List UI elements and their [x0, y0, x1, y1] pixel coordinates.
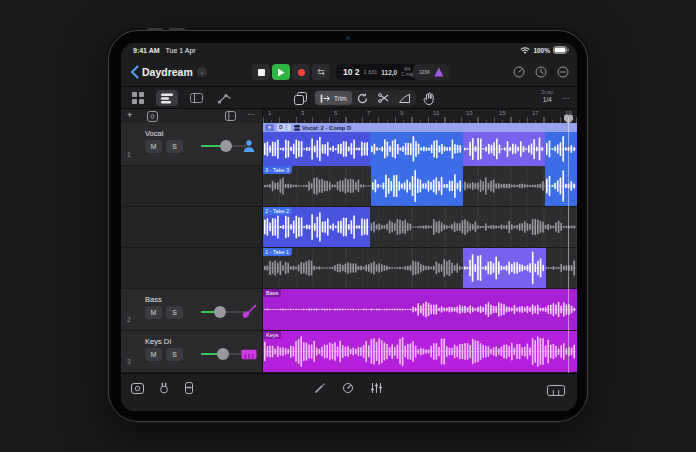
- status-left: 9:41 AM Tue 1 Apr: [133, 47, 196, 54]
- take-segment-selected[interactable]: [463, 248, 546, 288]
- automation-icon: [218, 92, 232, 104]
- bass-track-header[interactable]: 2 Bass M S: [121, 289, 263, 331]
- comp-region-body[interactable]: [263, 132, 577, 166]
- plugins-icon[interactable]: [158, 382, 170, 394]
- history-clock-icon[interactable]: [535, 66, 547, 78]
- bar-ruler[interactable]: 1 3 5 7 9 11 13 15 17 19: [263, 109, 577, 123]
- take-lane-2: 2 - Take 2: [121, 207, 577, 248]
- comp-chevron-icon[interactable]: ▾: [265, 124, 274, 131]
- toolbar-right-icons: [513, 66, 569, 78]
- bottom-center-icons: [315, 382, 383, 394]
- play-surface-keyboard-icon[interactable]: [547, 385, 565, 396]
- more-options-button[interactable]: …: [562, 92, 571, 101]
- comp-segment[interactable]: [545, 132, 577, 166]
- stop-icon: [258, 69, 265, 76]
- take-label[interactable]: 3 - Take 3: [263, 166, 292, 174]
- front-camera: [346, 36, 350, 40]
- automation-button[interactable]: [214, 90, 236, 106]
- keyboard-instrument-icon: [241, 346, 257, 362]
- status-bar: 9:41 AM Tue 1 Apr 100%: [121, 43, 577, 57]
- take-3-lane[interactable]: 3 - Take 3: [263, 166, 577, 207]
- snap-selector[interactable]: Snap 1/4: [541, 89, 553, 103]
- keys-region[interactable]: Keys: [263, 331, 577, 373]
- tracks-view-button[interactable]: [156, 90, 178, 106]
- play-button[interactable]: [272, 64, 290, 80]
- solo-button[interactable]: S: [166, 306, 183, 319]
- mute-button[interactable]: M: [145, 306, 162, 319]
- region-icon: [190, 93, 203, 103]
- slider-knob[interactable]: [220, 140, 232, 152]
- cycle-button[interactable]: ⇆: [312, 64, 330, 80]
- mixer-icon[interactable]: [370, 382, 383, 394]
- solo-button[interactable]: S: [166, 348, 183, 361]
- fader-icon[interactable]: [184, 382, 194, 394]
- track-row-bass: 2 Bass M S Bass: [121, 289, 577, 331]
- view-switcher: [127, 90, 236, 106]
- clock-date: Tue 1 Apr: [166, 47, 196, 54]
- smart-controls-icon[interactable]: [342, 382, 354, 394]
- stop-button[interactable]: [252, 64, 270, 80]
- mute-button[interactable]: M: [145, 140, 162, 153]
- comp-segment[interactable]: [370, 132, 463, 166]
- project-title[interactable]: Daydream: [142, 66, 193, 78]
- take-label[interactable]: 2 - Take 2: [263, 207, 292, 215]
- track-number: 2: [127, 316, 131, 323]
- track-name: Keys DI: [145, 337, 171, 346]
- comp-segment[interactable]: [263, 132, 370, 166]
- take-segment-selected[interactable]: [371, 166, 463, 206]
- slider-knob[interactable]: [217, 348, 229, 360]
- regions-button[interactable]: [185, 90, 207, 106]
- comp-region-header[interactable]: ▾ D ⋮ Vocal: 2 - Comp D: [263, 123, 577, 132]
- ruler-row: + … 1 3 5 7 9 11 13: [121, 109, 577, 123]
- gesture-button[interactable]: [423, 92, 435, 105]
- trim-icon: [320, 94, 331, 103]
- mute-button[interactable]: M: [145, 348, 162, 361]
- split-tool[interactable]: [373, 91, 394, 105]
- live-loops-view-button[interactable]: [127, 90, 149, 106]
- comp-segment[interactable]: [463, 132, 545, 166]
- track-name: Bass: [145, 295, 162, 304]
- copy-button[interactable]: [294, 92, 307, 105]
- snap-label: Snap: [541, 89, 553, 96]
- track-options-icon[interactable]: [147, 111, 158, 122]
- ruler-bar-label: 9: [400, 110, 433, 116]
- region-label: Bass: [263, 289, 281, 297]
- solo-button[interactable]: S: [166, 140, 183, 153]
- lcd-timesig-key: 4/4 C maj: [401, 67, 413, 77]
- metronome-icon[interactable]: [434, 68, 443, 77]
- bass-region[interactable]: Bass: [263, 289, 577, 331]
- loop-browser-icon[interactable]: [131, 382, 144, 394]
- track-panel-more-button[interactable]: …: [247, 108, 256, 117]
- lcd-display[interactable]: 10 2 1 631 112,0 4/4 C maj: [336, 64, 420, 80]
- take-2-lane[interactable]: 2 - Take 2: [263, 207, 577, 248]
- loop-tool[interactable]: [352, 91, 373, 105]
- count-in-button[interactable]: 1234: [419, 69, 429, 75]
- dial-icon[interactable]: [513, 66, 525, 78]
- take-segment-selected[interactable]: [545, 166, 577, 206]
- trim-tool[interactable]: Trim: [315, 91, 352, 105]
- project-menu-chevron-icon[interactable]: ⌄: [197, 67, 207, 77]
- slider-knob[interactable]: [214, 306, 226, 318]
- lcd-position: 10 2: [343, 67, 360, 77]
- minus-circle-icon[interactable]: [557, 66, 569, 78]
- pencil-icon[interactable]: [315, 382, 326, 394]
- fade-tool[interactable]: [394, 91, 415, 105]
- add-track-button[interactable]: +: [127, 110, 132, 120]
- lcd-tempo: 112,0: [381, 69, 397, 76]
- battery-percent: 100%: [533, 47, 550, 54]
- comp-badge[interactable]: D ⋮: [277, 124, 291, 131]
- record-button[interactable]: [292, 64, 310, 80]
- hide-track-headers-icon[interactable]: [225, 111, 236, 121]
- trim-label: Trim: [334, 95, 347, 102]
- vocal-track-header[interactable]: 1 Vocal M S: [121, 123, 263, 166]
- take-1-lane[interactable]: 1 - Take 1: [263, 248, 577, 289]
- keys-track-header[interactable]: 3 Keys DI M S: [121, 331, 263, 373]
- tool-segmented-control: Trim: [314, 90, 416, 106]
- playhead-line: [568, 117, 569, 373]
- back-chevron-icon[interactable]: [129, 65, 139, 79]
- volume-down-button: [169, 28, 185, 31]
- bottom-bar: [121, 373, 577, 411]
- take-label[interactable]: 1 - Take 1: [263, 248, 292, 256]
- cycle-icon: ⇆: [317, 68, 325, 77]
- main-toolbar: Daydream ⌄ ⇆ 10 2 1 631 112,0 4/4 C maj: [121, 57, 577, 87]
